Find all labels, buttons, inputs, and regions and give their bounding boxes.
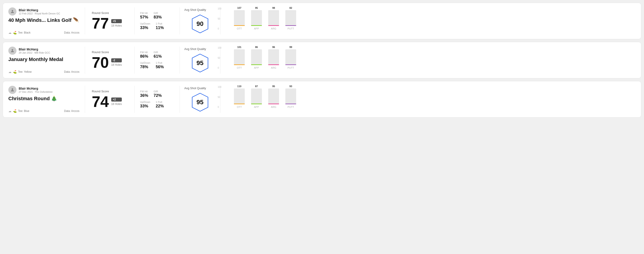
- avatar: [8, 7, 16, 15]
- chart-col-putt: 99 PUTT: [285, 46, 296, 69]
- bar-line-ott: [234, 25, 245, 26]
- chart-col-app: 95 APP: [251, 6, 262, 30]
- stat-gir: GIR 83%: [154, 12, 162, 20]
- fw-hit-label: FW Hit: [140, 51, 148, 54]
- bar-fill-putt: [285, 91, 296, 104]
- bar-fill-putt: [285, 51, 296, 65]
- stats-row-bottom: Up/Down 33% 1 Putt 11%: [140, 22, 174, 30]
- bar-fill-arg: [268, 91, 279, 104]
- data-source: Data: Arccos: [64, 110, 80, 113]
- score-diff-badge: +2: [111, 98, 122, 102]
- bar-label-putt: PUTT: [288, 66, 294, 69]
- tee-data: ☁ ⛳ Tee: Black Data: Arccos: [8, 31, 80, 34]
- tee-label: Tee: Blue: [18, 110, 29, 113]
- user-name: Blair McHarg: [19, 47, 50, 51]
- stat-gir: GIR 72%: [154, 90, 162, 98]
- score-label: Round Score: [92, 90, 128, 93]
- bar-label-arg: ARG: [271, 27, 276, 30]
- chart-col-arg: 98 ARG: [268, 6, 279, 30]
- updown-label: Up/Down: [140, 61, 150, 64]
- hexagon: 95: [190, 53, 210, 73]
- bar-line-ott: [234, 104, 245, 104]
- cloud-icon: ☁: [8, 31, 12, 34]
- data-source: Data: Arccos: [64, 70, 80, 73]
- bar-fill-ott: [234, 51, 245, 65]
- chart-section: 100 50 0 110 OTT 87: [220, 86, 636, 113]
- score-row: 77 +5 18 Holes: [92, 15, 128, 31]
- score-label: Round Score: [92, 11, 128, 15]
- bar-value-putt: 82: [290, 6, 292, 9]
- stats-row-bottom: Up/Down 33% 1 Putt 22%: [140, 101, 174, 109]
- chart-y-axis: 100 50 0: [218, 86, 222, 108]
- bar-label-app: APP: [254, 27, 259, 30]
- bar-value-arg: 98: [272, 6, 275, 9]
- bar-label-ott: OTT: [237, 27, 242, 30]
- holes-text: 18 Holes: [111, 24, 122, 27]
- bar-label-ott: OTT: [237, 66, 242, 69]
- bar-line-putt: [285, 104, 296, 104]
- bar-wrapper-putt: [285, 89, 296, 104]
- bar-line-arg: [268, 104, 279, 104]
- hexagon-score: 90: [196, 20, 204, 27]
- bar-wrapper-ott: [234, 10, 245, 26]
- bar-fill-putt: [285, 14, 296, 26]
- bar-value-ott: 101: [237, 46, 241, 48]
- score-section: Round Score 77 +5 18 Holes: [85, 7, 135, 34]
- chart-wrapper: 100 50 0 110 OTT 87: [226, 86, 632, 113]
- bar-line-arg: [268, 25, 279, 26]
- user-info: Blair McHarg 27 Dec 2021 · The Oxfordshi…: [19, 87, 52, 93]
- bar-chart: 101 OTT 86 APP 96: [234, 47, 296, 74]
- user-name: Blair McHarg: [19, 87, 52, 90]
- bar-value-app: 86: [255, 46, 258, 48]
- tee-data: ☁ ⛳ Tee: Blue Data: Arccos: [8, 109, 80, 113]
- bar-value-ott: 107: [237, 6, 241, 9]
- updown-value: 78%: [140, 65, 150, 69]
- gir-value: 72%: [154, 93, 162, 98]
- round-card: Blair McHarg 12 Feb 2022 · Royal North D…: [3, 3, 641, 39]
- quality-section: Avg Shot Quality 95: [180, 47, 220, 74]
- bar-value-putt: 99: [290, 46, 292, 48]
- user-name: Blair McHarg: [19, 8, 60, 12]
- bar-label-putt: PUTT: [288, 106, 294, 108]
- oneputt-label: 1 Putt: [156, 22, 164, 25]
- bar-line-putt: [285, 25, 296, 26]
- bar-wrapper-arg: [268, 89, 279, 104]
- user-header: Blair McHarg 27 Dec 2021 · The Oxfordshi…: [8, 86, 80, 94]
- tee-label: Tee: Yellow: [18, 70, 32, 73]
- bar-wrapper-ott: [234, 89, 245, 104]
- bar-wrapper-ott: [234, 49, 245, 65]
- hexagon-container: 90: [184, 14, 216, 34]
- bar-fill-app: [251, 92, 262, 104]
- bar-fill-ott: [234, 89, 245, 104]
- updown-label: Up/Down: [140, 101, 150, 103]
- updown-value: 33%: [140, 104, 150, 109]
- tee-info: ☁ ⛳ Tee: Black: [8, 31, 30, 34]
- quality-section: Avg Shot Quality 90: [180, 7, 220, 34]
- chart-col-ott: 110 OTT: [234, 85, 245, 108]
- golf-icon: ⛳: [13, 109, 17, 113]
- fw-hit-value: 86%: [140, 54, 148, 59]
- svg-point-4: [12, 88, 13, 90]
- user-info: Blair McHarg 12 Feb 2022 · Royal North D…: [19, 8, 60, 15]
- date-course: 29 Jan 2022 · Mill Ride GCC: [19, 51, 50, 54]
- tee-info: ☁ ⛳ Tee: Blue: [8, 109, 29, 113]
- hexagon: 95: [190, 92, 210, 112]
- user-info: Blair McHarg 29 Jan 2022 · Mill Ride GCC: [19, 47, 50, 54]
- round-card: Blair McHarg 27 Dec 2021 · The Oxfordshi…: [3, 81, 641, 118]
- bar-chart: 110 OTT 87 APP 95: [234, 86, 296, 113]
- bar-wrapper-app: [251, 49, 262, 65]
- stats-section: FW Hit 57% GIR 83% Up/Down 33% 1 Putt: [135, 7, 180, 34]
- chart-section: 100 50 0 107 OTT 95: [220, 7, 636, 34]
- avatar: [8, 86, 16, 94]
- gir-value: 83%: [154, 15, 162, 20]
- stats-row-top: FW Hit 57% GIR 83%: [140, 12, 174, 20]
- hexagon-container: 95: [184, 92, 216, 112]
- round-title: Christmas Round 🎄: [8, 96, 80, 102]
- bar-value-arg: 95: [272, 85, 275, 88]
- updown-label: Up/Down: [140, 22, 150, 25]
- score-section: Round Score 74 +2 18 Holes: [85, 86, 135, 113]
- chart-col-ott: 107 OTT: [234, 6, 245, 30]
- score-badge-container: +5 18 Holes: [111, 19, 122, 27]
- chart-wrapper: 100 50 0 101 OTT 86: [226, 47, 632, 74]
- bar-label-ott: OTT: [237, 106, 242, 108]
